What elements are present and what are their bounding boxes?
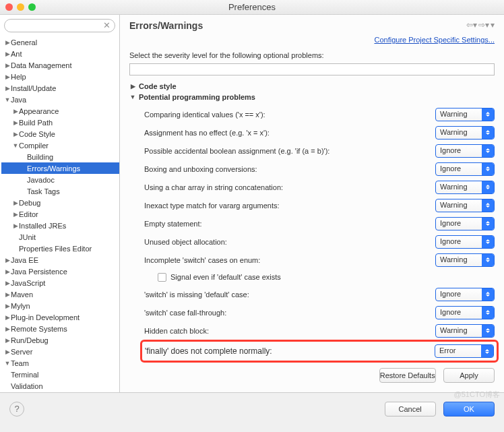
tree-item[interactable]: Java EE	[1, 254, 119, 266]
severity-select[interactable]: Warning	[435, 253, 495, 267]
select-value: Ignore	[440, 308, 461, 316]
severity-select[interactable]: Ignore	[435, 306, 495, 319]
severity-select[interactable]: Warning	[435, 199, 495, 212]
tree-item[interactable]: Compiler	[1, 140, 119, 151]
search-input[interactable]	[4, 19, 115, 32]
severity-select[interactable]: Ignore	[435, 288, 495, 301]
clear-search-icon[interactable]: ✕	[102, 21, 111, 30]
tree-item[interactable]: JavaScript	[1, 277, 119, 288]
tree-item[interactable]: Run/Debug	[1, 334, 119, 346]
tree-item-label: Properties Files Editor	[19, 245, 92, 253]
tree-item[interactable]: Data Management	[1, 59, 119, 71]
select-arrow-icon	[482, 254, 494, 266]
severity-select[interactable]: Warning	[435, 324, 495, 338]
select-value: Ignore	[440, 164, 461, 173]
select-arrow-icon	[482, 288, 494, 301]
tree-item[interactable]: Java Persistence	[1, 266, 119, 277]
back-icon[interactable]: ⇦▾	[466, 20, 477, 30]
tree-item[interactable]: Validation	[1, 380, 119, 392]
tree-item-label: Remote Systems	[11, 325, 67, 333]
section-potential-problems[interactable]: Potential programming problems	[120, 92, 504, 102]
severity-select[interactable]: Warning	[435, 126, 495, 140]
tree-item[interactable]: JUnit	[1, 231, 119, 243]
select-value: Ignore	[440, 237, 461, 245]
tree-item[interactable]: Plug-in Development	[1, 311, 119, 323]
page-description: Select the severity level for the follow…	[120, 49, 504, 63]
severity-select[interactable]: Ignore	[435, 144, 495, 158]
setting-label: Empty statement:	[144, 220, 435, 228]
tree-item[interactable]: Installed JREs	[1, 220, 119, 231]
setting-label: 'switch' is missing 'default' case:	[144, 290, 435, 299]
tree-item[interactable]: Remote Systems	[1, 323, 119, 334]
filter-input[interactable]	[129, 63, 495, 75]
setting-label: Inexact type match for vararg arguments:	[144, 202, 435, 210]
preferences-tree[interactable]: GeneralAntData ManagementHelpInstall/Upd…	[0, 36, 119, 392]
tree-item[interactable]: Terminal	[1, 369, 119, 380]
cancel-button[interactable]: Cancel	[385, 402, 436, 416]
setting-row: Using a char array in string concatenati…	[144, 178, 495, 196]
tree-item[interactable]: Install/Update	[1, 82, 119, 94]
severity-select[interactable]: Ignore	[435, 162, 495, 176]
tree-item-label: Debug	[19, 199, 40, 207]
severity-select[interactable]: Error	[435, 344, 494, 358]
apply-button[interactable]: Apply	[443, 368, 495, 383]
severity-select[interactable]: Ignore	[435, 235, 495, 249]
help-icon[interactable]: ?	[9, 402, 24, 416]
disclosure-icon	[4, 291, 11, 298]
tree-item[interactable]: Team	[1, 357, 119, 369]
tree-item-label: Data Management	[11, 61, 72, 69]
tree-item-label: Ant	[11, 50, 22, 58]
tree-item[interactable]: Building	[1, 151, 119, 162]
tree-item[interactable]: General	[1, 36, 119, 48]
tree-item[interactable]: Task Tags	[1, 185, 119, 197]
tree-item[interactable]: Mylyn	[1, 300, 119, 311]
setting-row: Unused object allocation:Ignore	[144, 233, 495, 251]
tree-item[interactable]: Appearance	[1, 105, 119, 117]
tree-item[interactable]: Java	[1, 94, 119, 105]
tree-item[interactable]: Editor	[1, 208, 119, 220]
ok-button[interactable]: OK	[443, 402, 495, 416]
tree-item[interactable]: Debug	[1, 197, 119, 208]
history-nav[interactable]: ⇦▾⇨▾▾	[466, 20, 495, 30]
tree-item[interactable]: Web	[1, 392, 119, 392]
select-arrow-icon	[482, 163, 494, 175]
tree-item[interactable]: Javadoc	[1, 174, 119, 185]
severity-select[interactable]: Ignore	[435, 217, 495, 230]
disclosure-icon	[4, 326, 11, 332]
select-arrow-icon	[482, 307, 494, 319]
checkbox-row: Signal even if 'default' case exists	[144, 269, 495, 285]
disclosure-icon	[4, 268, 11, 275]
tree-item-label: Validation	[11, 382, 43, 390]
tree-item[interactable]: Maven	[1, 288, 119, 300]
select-value: Warning	[440, 326, 468, 334]
disclosure-icon	[4, 314, 11, 321]
titlebar: Preferences	[0, 0, 504, 15]
checkbox[interactable]	[158, 273, 166, 282]
tree-item-label: Install/Update	[11, 84, 56, 92]
select-value: Warning	[440, 201, 468, 209]
menu-icon[interactable]: ▾	[491, 20, 495, 30]
configure-project-link[interactable]: Configure Project Specific Settings...	[374, 36, 495, 44]
tree-item[interactable]: Ant	[1, 48, 119, 59]
tree-item[interactable]: Build Path	[1, 117, 119, 128]
forward-icon[interactable]: ⇨▾	[478, 20, 489, 30]
severity-select[interactable]: Warning	[435, 108, 495, 121]
tree-item[interactable]: Server	[1, 346, 119, 357]
tree-item-label: Building	[27, 153, 53, 161]
setting-row: Incomplete 'switch' cases on enum:Warnin…	[144, 251, 495, 269]
content-pane: Errors/Warnings ⇦▾⇨▾▾ Configure Project …	[120, 15, 504, 392]
setting-label: Comparing identical values ('x == x'):	[144, 111, 435, 119]
restore-defaults-button[interactable]: Restore Defaults	[379, 368, 436, 383]
tree-item[interactable]: Errors/Warnings	[1, 162, 119, 174]
setting-row: 'switch' is missing 'default' case:Ignor…	[144, 285, 495, 303]
select-arrow-icon	[482, 145, 494, 157]
select-value: Warning	[440, 110, 468, 118]
setting-row: Possible accidental boolean assignment (…	[144, 142, 495, 160]
severity-select[interactable]: Warning	[435, 181, 495, 194]
tree-item[interactable]: Properties Files Editor	[1, 243, 119, 254]
tree-item[interactable]: Help	[1, 71, 119, 82]
setting-label: Using a char array in string concatenati…	[144, 183, 435, 191]
tree-item[interactable]: Code Style	[1, 128, 119, 140]
disclosure-icon	[4, 85, 11, 92]
section-code-style[interactable]: Code style	[120, 81, 504, 92]
